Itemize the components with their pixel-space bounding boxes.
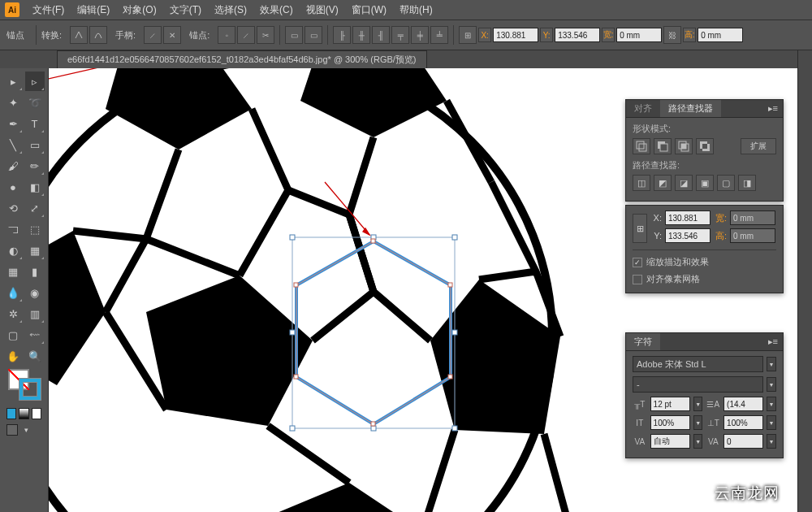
kerning-dropdown[interactable]: ▼: [693, 434, 703, 449]
scale-strokes-checkbox[interactable]: ✓: [633, 258, 642, 267]
char-panel-menu-icon[interactable]: ▸≡: [763, 336, 783, 347]
tx-field[interactable]: 130.881: [665, 210, 710, 225]
lasso-tool[interactable]: ➰: [25, 93, 45, 112]
artboard-tool[interactable]: ▢: [3, 325, 23, 345]
shape-builder-tool[interactable]: ◐: [3, 241, 23, 260]
menu-select[interactable]: 选择(S): [208, 3, 253, 17]
isolate-btn[interactable]: ▭: [285, 26, 303, 44]
pathfinder-tab[interactable]: 路径查找器: [660, 100, 721, 117]
tracking-dropdown[interactable]: ▼: [767, 434, 776, 449]
magic-wand-tool[interactable]: ✦: [3, 93, 23, 112]
divide-btn[interactable]: ◫: [633, 175, 650, 191]
rotate-tool[interactable]: ⟲: [3, 198, 23, 218]
handle-show-btn[interactable]: ⟋: [144, 26, 162, 44]
align-v3-btn[interactable]: ╧: [430, 26, 448, 44]
th-field[interactable]: 0 mm: [730, 228, 775, 243]
font-style-dropdown-icon[interactable]: ▼: [767, 377, 776, 392]
document-tab[interactable]: e66fd1441d12e0566470857602ef6152_t0182a3…: [57, 50, 427, 68]
font-family-dropdown-icon[interactable]: ▼: [767, 357, 776, 371]
align-h1-btn[interactable]: ╟: [333, 26, 351, 44]
gradient-mode-btn[interactable]: [19, 408, 28, 419]
free-transform-tool[interactable]: ⬚: [25, 219, 45, 239]
hscale-field[interactable]: 100%: [723, 415, 763, 430]
handle-hide-btn[interactable]: ✕: [163, 26, 181, 44]
align-v2-btn[interactable]: ╪: [411, 26, 429, 44]
outline-btn[interactable]: ▢: [717, 175, 735, 191]
menu-view[interactable]: 视图(V): [300, 3, 345, 17]
type-tool[interactable]: T: [25, 114, 45, 133]
trim-btn[interactable]: ◩: [654, 175, 672, 191]
vscale-field[interactable]: 100%: [650, 415, 690, 430]
gradient-tool[interactable]: ▮: [25, 262, 45, 281]
kerning-field[interactable]: 自动: [650, 434, 690, 449]
font-family-select[interactable]: Adobe 宋体 Std L: [633, 356, 763, 372]
minus-back-btn[interactable]: ◨: [738, 175, 756, 191]
scale-tool[interactable]: ⤢: [25, 198, 45, 218]
h-field[interactable]: 0 mm: [698, 28, 743, 42]
ref-point-btn[interactable]: ⊞: [459, 26, 477, 44]
paintbrush-tool[interactable]: 🖌: [3, 156, 23, 176]
menu-edit[interactable]: 编辑(E): [71, 3, 116, 17]
font-size-field[interactable]: 12 pt: [650, 397, 690, 411]
leading-dropdown[interactable]: ▼: [767, 397, 776, 411]
eyedropper-tool[interactable]: 💧: [3, 283, 23, 302]
w-field[interactable]: 0 mm: [616, 28, 662, 42]
align-h3-btn[interactable]: ╢: [372, 26, 390, 44]
character-tab[interactable]: 字符: [626, 333, 660, 350]
menu-object[interactable]: 对象(O): [116, 3, 162, 17]
font-size-dropdown[interactable]: ▼: [693, 397, 703, 411]
none-mode-btn[interactable]: [32, 408, 41, 419]
minus-front-btn[interactable]: [654, 138, 672, 154]
slice-tool[interactable]: ⬳: [25, 325, 45, 345]
screen-normal-btn[interactable]: [6, 424, 18, 436]
pen-tool[interactable]: ✒: [3, 114, 23, 133]
right-dock-strip[interactable]: [797, 50, 812, 512]
convert-corner-btn[interactable]: [70, 26, 88, 44]
eraser-tool[interactable]: ◧: [25, 177, 45, 197]
align-pixel-checkbox[interactable]: [633, 275, 642, 284]
hand-tool[interactable]: ✋: [3, 346, 23, 366]
panel-menu-icon[interactable]: ▸≡: [763, 103, 783, 114]
rectangle-tool[interactable]: ▭: [25, 135, 45, 154]
unite-btn[interactable]: [633, 138, 650, 154]
align-v1-btn[interactable]: ╤: [391, 26, 409, 44]
perspective-tool[interactable]: ▦: [25, 241, 45, 260]
menu-help[interactable]: 帮助(H): [393, 3, 439, 17]
vscale-dropdown[interactable]: ▼: [693, 415, 703, 430]
blend-tool[interactable]: ◉: [25, 283, 45, 302]
line-tool[interactable]: ╲: [3, 135, 23, 154]
mesh-tool[interactable]: ▦: [3, 262, 23, 281]
font-style-select[interactable]: -: [633, 376, 763, 393]
expand-btn[interactable]: 扩展: [741, 138, 776, 154]
align-h2-btn[interactable]: ╫: [352, 26, 370, 44]
color-mode-btn[interactable]: [6, 408, 16, 419]
selection-tool[interactable]: ▸: [3, 72, 23, 91]
hscale-dropdown[interactable]: ▼: [767, 415, 776, 430]
cut-anchor-btn[interactable]: ✂: [257, 26, 274, 44]
isolate2-btn[interactable]: ▭: [304, 26, 322, 44]
blob-brush-tool[interactable]: ●: [3, 177, 23, 197]
screen-mode-btn[interactable]: ▾: [20, 424, 32, 436]
link-wh-btn[interactable]: ⛓: [663, 26, 681, 44]
ref-point-grid[interactable]: ⊞: [633, 214, 647, 243]
leading-field[interactable]: (14.4: [723, 397, 763, 411]
menu-type[interactable]: 文字(T): [163, 3, 208, 17]
direct-selection-tool[interactable]: ▹: [25, 72, 45, 91]
menu-window[interactable]: 窗口(W): [345, 3, 393, 17]
merge-btn[interactable]: ◪: [675, 175, 693, 191]
zoom-tool[interactable]: 🔍: [25, 346, 45, 366]
connect-anchor-btn[interactable]: ⟋: [237, 26, 255, 44]
pencil-tool[interactable]: ✏: [25, 156, 45, 176]
exclude-btn[interactable]: [696, 138, 714, 154]
menu-effect[interactable]: 效果(C): [253, 3, 300, 17]
intersect-btn[interactable]: [675, 138, 693, 154]
width-tool[interactable]: ⫎: [3, 219, 23, 239]
convert-smooth-btn[interactable]: [89, 26, 107, 44]
symbol-sprayer-tool[interactable]: ✲: [3, 304, 23, 323]
remove-anchor-btn[interactable]: ◦: [218, 26, 235, 44]
stroke-swatch[interactable]: [19, 379, 41, 400]
x-field[interactable]: 130.881: [493, 28, 538, 42]
y-field[interactable]: 133.546: [555, 28, 600, 42]
ty-field[interactable]: 133.546: [665, 228, 710, 243]
tracking-field[interactable]: 0: [723, 434, 763, 449]
